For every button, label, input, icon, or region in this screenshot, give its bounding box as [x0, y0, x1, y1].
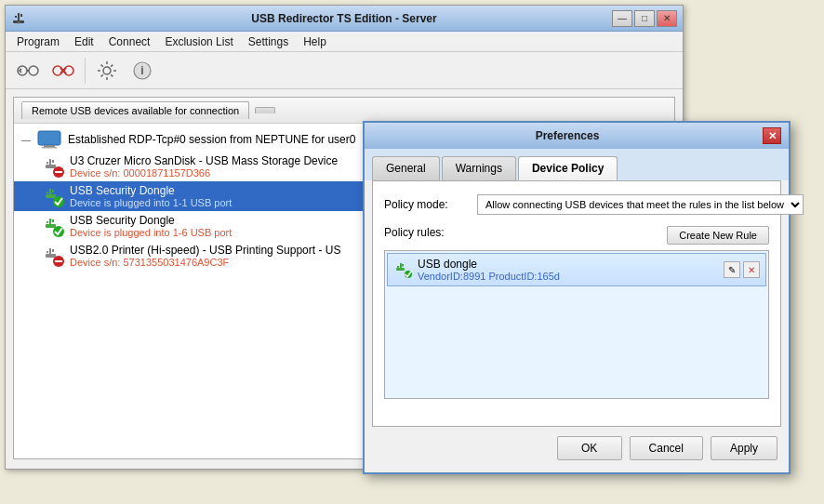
- device-name: U3 Cruzer Micro SanDisk - USB Mass Stora…: [70, 154, 338, 167]
- rule-sub: VendorID:8991 ProductID:165d: [418, 271, 718, 282]
- menu-program[interactable]: Program: [9, 33, 67, 50]
- menu-settings[interactable]: Settings: [241, 33, 296, 50]
- info-icon: i: [131, 60, 153, 82]
- svg-rect-25: [49, 189, 51, 196]
- pref-tabs: General Warnings Device Policy: [365, 149, 789, 180]
- device-sub: Device s/n: 5731355031476A9C3F: [70, 257, 340, 268]
- menu-exclusion[interactable]: Exclusion List: [157, 33, 240, 50]
- usb-ok-icon: [42, 185, 64, 207]
- policy-mode-select[interactable]: Allow connecting USB devices that meet t…: [477, 194, 804, 215]
- cancel-button[interactable]: Cancel: [630, 436, 703, 460]
- menu-help[interactable]: Help: [296, 33, 334, 50]
- pref-content: Policy mode: Allow connecting USB device…: [372, 180, 781, 427]
- svg-rect-3: [20, 14, 22, 17]
- svg-rect-41: [400, 263, 402, 270]
- rule-usb-icon: [393, 260, 412, 279]
- tab-device-policy[interactable]: Device Policy: [518, 156, 618, 180]
- svg-point-6: [29, 66, 38, 75]
- device-sub: Device s/n: 00001871157D366: [70, 167, 338, 179]
- menu-edit[interactable]: Edit: [67, 33, 101, 50]
- svg-rect-17: [42, 147, 57, 149]
- svg-rect-37: [52, 249, 54, 252]
- svg-rect-43: [402, 264, 404, 267]
- rule-actions: ✎ ✕: [724, 261, 760, 278]
- svg-rect-35: [49, 248, 51, 256]
- pref-close-button[interactable]: ✕: [763, 127, 781, 144]
- monitor-icon: [36, 130, 62, 149]
- settings-icon: [96, 60, 118, 82]
- usb-ok-icon: [42, 215, 64, 237]
- connect-icon: [17, 60, 39, 82]
- titlebar-left: [11, 11, 26, 26]
- policy-rules-header: Policy rules: Create New Rule: [384, 226, 769, 245]
- rule-name: USB dongle: [418, 258, 718, 271]
- expand-icon: —: [21, 135, 31, 145]
- maximize-button[interactable]: □: [634, 10, 655, 27]
- svg-rect-2: [15, 16, 17, 18]
- app-icon: [11, 11, 26, 26]
- rule-edit-button[interactable]: ✎: [724, 261, 740, 278]
- device-info: USB Security Dongle Device is plugged in…: [70, 214, 232, 238]
- svg-point-12: [103, 67, 111, 74]
- device-info: USB Security Dongle Device is plugged in…: [70, 184, 232, 208]
- device-name: USB Security Dongle: [70, 214, 232, 227]
- minimize-button[interactable]: —: [612, 10, 632, 27]
- pref-titlebar: Preferences ✕: [365, 123, 789, 149]
- device-sub: Device is plugged into 1-6 USB port: [70, 227, 232, 238]
- policy-rules-label: Policy rules:: [384, 226, 445, 239]
- rule-item[interactable]: USB dongle VendorID:8991 ProductID:165d …: [387, 253, 766, 286]
- device-sub: Device is plugged into 1-1 USB port: [70, 197, 232, 208]
- devices-tab[interactable]: Remote USB devices available for connect…: [21, 101, 249, 119]
- device-info: U3 Cruzer Micro SanDisk - USB Mass Stora…: [70, 154, 338, 179]
- svg-rect-31: [47, 221, 48, 223]
- disconnect-icon: [52, 60, 74, 82]
- toolbar-info-btn[interactable]: i: [126, 55, 159, 86]
- svg-rect-42: [397, 266, 399, 268]
- create-rule-button[interactable]: Create New Rule: [667, 226, 769, 245]
- toolbar-separator: [85, 58, 86, 84]
- main-titlebar: USB Redirector TS Edition - Server — □ ✕: [6, 6, 683, 32]
- window-controls: — □ ✕: [612, 10, 677, 27]
- svg-point-4: [18, 20, 20, 23]
- svg-rect-36: [47, 251, 48, 253]
- device-name: USB Security Dongle: [70, 184, 232, 197]
- toolbar-disconnect-btn[interactable]: [47, 55, 80, 86]
- svg-rect-15: [38, 131, 60, 145]
- device-name: USB2.0 Printer (Hi-speed) - USB Printing…: [70, 244, 340, 257]
- preferences-dialog: Preferences ✕ General Warnings Device Po…: [363, 121, 791, 474]
- policy-mode-row: Policy mode: Allow connecting USB device…: [384, 194, 769, 215]
- ok-button[interactable]: OK: [557, 436, 622, 460]
- pref-title: Preferences: [372, 129, 763, 142]
- device-panel-header: Remote USB devices available for connect…: [14, 98, 674, 124]
- main-title: USB Redirector TS Edition - Server: [6, 12, 683, 25]
- close-button[interactable]: ✕: [657, 10, 677, 27]
- toolbar: i: [6, 52, 683, 89]
- svg-rect-32: [52, 219, 54, 222]
- rules-list: USB dongle VendorID:8991 ProductID:165d …: [384, 250, 769, 399]
- usb-blocked-icon: [42, 155, 64, 178]
- svg-rect-27: [52, 190, 54, 192]
- menu-connect[interactable]: Connect: [101, 33, 158, 50]
- toolbar-connect-btn[interactable]: [11, 55, 45, 86]
- apply-button[interactable]: Apply: [711, 436, 777, 460]
- session-label: Established RDP-Tcp#0 session from NEPTU…: [68, 133, 355, 146]
- rule-text: USB dongle VendorID:8991 ProductID:165d: [418, 258, 718, 282]
- usb-blocked-icon: [42, 245, 64, 267]
- tab-general[interactable]: General: [372, 156, 440, 180]
- tab-warnings[interactable]: Warnings: [442, 156, 516, 180]
- device-info: USB2.0 Printer (Hi-speed) - USB Printing…: [70, 244, 340, 268]
- policy-mode-label: Policy mode:: [384, 198, 468, 211]
- svg-rect-26: [47, 192, 48, 193]
- rule-delete-button[interactable]: ✕: [743, 261, 760, 278]
- menu-bar: Program Edit Connect Exclusion List Sett…: [6, 32, 683, 52]
- svg-rect-16: [44, 145, 55, 147]
- pref-footer: OK Cancel Apply: [365, 427, 789, 470]
- svg-rect-30: [49, 219, 51, 226]
- svg-rect-19: [49, 159, 51, 166]
- svg-rect-20: [47, 162, 48, 164]
- svg-text:i: i: [140, 64, 143, 77]
- toolbar-settings-btn[interactable]: [90, 55, 124, 86]
- svg-rect-21: [52, 160, 54, 163]
- inactive-tab[interactable]: [255, 107, 275, 113]
